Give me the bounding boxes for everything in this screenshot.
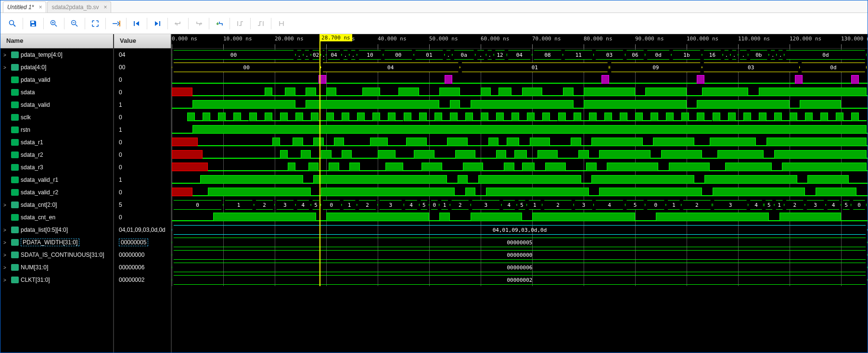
signal-value[interactable]: 0 (114, 186, 171, 199)
wave-row[interactable] (172, 124, 868, 136)
wave-body[interactable]: 00..02.04..100001.0a..1204081103060d1b16… (172, 49, 868, 286)
go-to-cursor-icon[interactable] (109, 16, 123, 31)
expand-toggle[interactable]: > (3, 52, 9, 58)
tab-sdata2pdata[interactable]: sdata2pdata_tb.sv × (47, 1, 111, 13)
wave-row[interactable]: 00..02.04..100001.0a..1204081103060d1b16… (172, 49, 868, 61)
expand-toggle[interactable]: > (3, 265, 9, 270)
signal-value[interactable]: 0 (114, 111, 171, 124)
expand-toggle[interactable]: > (3, 252, 9, 258)
high-segment (421, 163, 442, 171)
signal-row[interactable]: >pdata[4:0] (0, 61, 113, 74)
signal-row[interactable]: sdata_r2 (0, 149, 113, 161)
wave-row[interactable]: 00000002 (172, 274, 868, 286)
waveform-panel[interactable]: 28.700 ns 0.000 ns10.000 ns20.000 ns30.0… (172, 34, 868, 353)
high-segment (507, 138, 520, 146)
high-segment (530, 138, 550, 146)
high-segment (439, 213, 449, 221)
signal-value[interactable]: 00000002 (114, 274, 171, 286)
bus-segment: 1 (342, 200, 357, 210)
signal-value[interactable]: 00000000 (114, 249, 171, 261)
high-segment (591, 175, 694, 184)
signal-value[interactable]: 0 (114, 149, 171, 161)
bit-icon (11, 101, 19, 108)
wave-row[interactable] (172, 211, 868, 224)
wave-row[interactable] (172, 186, 868, 199)
close-icon[interactable]: × (103, 4, 107, 11)
clk-edge (643, 120, 651, 121)
signal-value[interactable]: 5 (114, 199, 171, 211)
const-value: 04,01,09,03,0d,0d (172, 225, 868, 235)
save-icon[interactable] (26, 16, 40, 31)
expand-toggle[interactable]: > (3, 227, 9, 233)
signal-value[interactable]: 0 (114, 161, 171, 174)
zoom-out-icon[interactable] (67, 16, 82, 31)
signal-value[interactable]: 00000006 (114, 261, 171, 274)
expand-toggle[interactable]: > (3, 240, 9, 245)
bus-segment: 3 (574, 200, 594, 210)
signal-row[interactable]: >CLKT[31:0] (0, 274, 113, 286)
signal-row[interactable]: sdata_valid_r1 (0, 174, 113, 186)
signal-row[interactable]: >pdata_list[0:5][4:0] (0, 224, 113, 236)
expand-toggle[interactable]: > (3, 65, 9, 70)
signal-value[interactable]: 0 (114, 136, 171, 149)
wave-row[interactable] (172, 174, 868, 186)
wave-row[interactable] (172, 136, 868, 149)
tab-untitled[interactable]: Untitled 1* × (3, 1, 46, 13)
svg-text:+: + (216, 21, 219, 26)
wave-row[interactable] (172, 86, 868, 99)
signal-row[interactable]: sdata (0, 86, 113, 99)
signal-row[interactable]: >pdata_temp[4:0] (0, 49, 113, 61)
cursor-line[interactable] (319, 34, 320, 286)
signal-row[interactable]: rstn (0, 124, 113, 136)
signal-row[interactable]: >sdata_cnt[2:0] (0, 199, 113, 211)
expand-toggle[interactable]: > (3, 277, 9, 283)
close-icon[interactable]: × (38, 4, 42, 11)
wave-row[interactable]: 01234501234501234512345012345123450 (172, 199, 868, 211)
search-icon[interactable] (5, 16, 20, 31)
wave-row[interactable] (172, 99, 868, 111)
go-first-icon[interactable] (129, 16, 144, 31)
signal-value[interactable]: 04 (114, 49, 171, 61)
signal-value[interactable]: 00 (114, 61, 171, 74)
time-ruler[interactable]: 0.000 ns10.000 ns20.000 ns30.000 ns40.00… (172, 34, 868, 49)
wave-row[interactable]: 04,01,09,03,0d,0d (172, 224, 868, 236)
zoom-in-icon[interactable] (47, 16, 61, 31)
add-marker-icon[interactable]: + (212, 16, 227, 31)
signal-value[interactable]: 0 (114, 86, 171, 99)
high-segment (439, 88, 460, 96)
signal-row[interactable]: >SDATA_IS_CONTINUOUS[31:0] (0, 249, 113, 261)
signal-row[interactable]: sdata_r3 (0, 161, 113, 174)
signal-value[interactable]: 00000005 (114, 236, 171, 249)
wave-row[interactable]: 00000005 (172, 236, 868, 249)
wave-row[interactable]: 00000000 (172, 249, 868, 261)
wave-row[interactable] (172, 111, 868, 124)
bus-segment: 3 (471, 200, 501, 210)
signal-value[interactable]: 0 (114, 74, 171, 86)
go-last-icon[interactable] (150, 16, 165, 31)
signal-row[interactable]: sdata_cnt_en (0, 211, 113, 224)
signal-value[interactable]: 04,01,09,03,0d,0d (114, 224, 171, 236)
high-segment (599, 150, 651, 159)
signal-row[interactable]: sclk (0, 111, 113, 124)
high-segment (704, 175, 797, 184)
signal-row[interactable]: >PDATA_WIDTH[31:0] (0, 236, 113, 249)
wave-row[interactable] (172, 149, 868, 161)
signal-value[interactable]: 1 (114, 174, 171, 186)
wave-row[interactable]: 00040109030d (172, 61, 868, 74)
signal-value[interactable]: 1 (114, 124, 171, 136)
signal-value[interactable]: 0 (114, 211, 171, 224)
signal-row[interactable]: sdata_valid (0, 99, 113, 111)
zoom-fit-icon[interactable] (88, 16, 102, 31)
wave-row[interactable]: 00000006 (172, 261, 868, 274)
expand-toggle[interactable]: > (3, 202, 9, 208)
signal-row[interactable]: pdata_valid (0, 74, 113, 86)
clk-edge (627, 120, 635, 121)
clk-edge (728, 113, 736, 121)
signal-row[interactable]: >NUM[31:0] (0, 261, 113, 274)
signal-row[interactable]: sdata_valid_r2 (0, 186, 113, 199)
signal-value[interactable]: 1 (114, 99, 171, 111)
wave-row[interactable] (172, 74, 868, 86)
signal-row[interactable]: sdata_r1 (0, 136, 113, 149)
wave-row[interactable] (172, 161, 868, 174)
bus-segment: . (295, 50, 303, 60)
